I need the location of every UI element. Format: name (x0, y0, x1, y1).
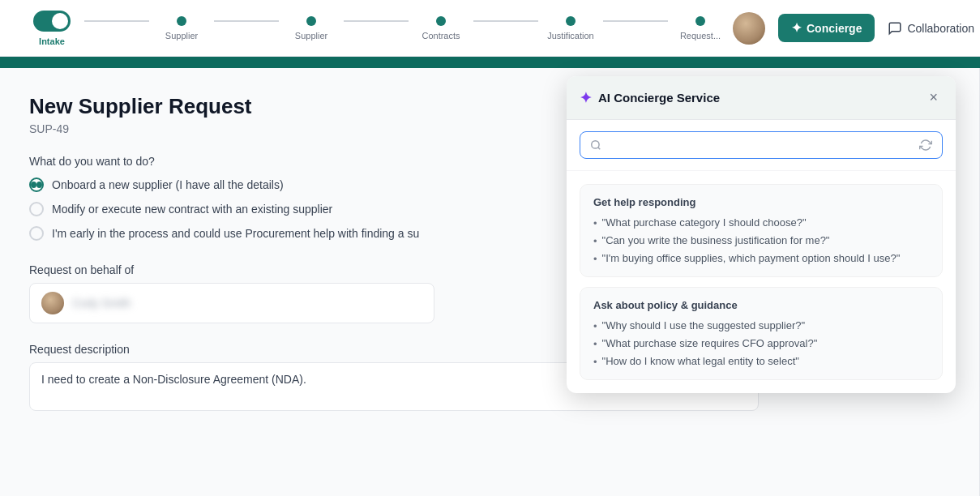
svg-point-0 (592, 141, 599, 148)
step-connector-3 (344, 20, 409, 22)
radio-label-onboard: Onboard a new supplier (I have all the d… (52, 178, 284, 191)
radio-circle-modify (29, 202, 44, 216)
search-box (580, 131, 943, 159)
user-name: Cody Smith (72, 297, 131, 310)
suggestion-item-2[interactable]: "I'm buying office supplies, which payme… (593, 252, 929, 265)
concierge-sparkle-icon: ✦ (580, 89, 592, 107)
concierge-body: Get help responding "What purchase categ… (567, 171, 956, 393)
concierge-close-button[interactable]: × (924, 88, 943, 108)
step-connector-1 (84, 20, 149, 22)
radio-circle-early (29, 226, 44, 241)
suggestion-policy-item-1[interactable]: "What purchase size requires CFO approva… (593, 337, 929, 350)
chat-icon (888, 21, 902, 36)
user-avatar (41, 292, 64, 314)
user-field[interactable]: Cody Smith (29, 283, 434, 323)
step-contracts[interactable]: Contracts (409, 16, 473, 41)
stepper: Intake Supplier Supplier Contracts Justi… (19, 11, 733, 46)
description-value: I need to create a Non-Disclosure Agreem… (41, 373, 306, 386)
step-intake-label: Intake (39, 36, 65, 46)
step-supplier1[interactable]: Supplier (149, 16, 214, 41)
concierge-title: ✦ AI Concierge Service (580, 89, 720, 107)
step-justification-dot (566, 16, 576, 26)
collaboration-button[interactable]: Collaboration (888, 21, 974, 36)
step-request-label: Request... (680, 31, 721, 41)
suggestion-list-help: "What purchase category I should choose?… (593, 216, 929, 265)
avatar-image (733, 12, 765, 45)
main-area: New Supplier Request SUP-49 What do you … (0, 68, 980, 496)
header: Intake Supplier Supplier Contracts Justi… (0, 0, 980, 57)
concierge-title-text: AI Concierge Service (598, 91, 720, 105)
concierge-button-label: Concierge (807, 22, 862, 35)
header-actions: ✦ Concierge Collaboration (733, 12, 974, 45)
radio-circle-onboard (29, 177, 44, 192)
radio-label-modify: Modify or execute new contract with an e… (52, 203, 332, 216)
step-supplier2-label: Supplier (295, 31, 327, 41)
step-connector-5 (603, 20, 668, 22)
concierge-header: ✦ AI Concierge Service × (567, 76, 956, 120)
suggestion-title-help: Get help responding (593, 196, 929, 208)
step-connector-4 (473, 20, 538, 22)
concierge-button[interactable]: ✦ Concierge (778, 14, 875, 42)
concierge-search-input[interactable] (608, 139, 913, 152)
radio-label-early: I'm early in the process and could use P… (52, 227, 419, 240)
collaboration-label: Collaboration (907, 22, 974, 35)
step-supplier2-dot (306, 16, 316, 26)
step-intake-thumb (52, 13, 68, 29)
step-request[interactable]: Request... (668, 16, 733, 41)
step-connector-2 (214, 20, 279, 22)
step-contracts-dot (436, 16, 446, 26)
concierge-sparkle-icon: ✦ (791, 20, 802, 36)
suggestion-item-1[interactable]: "Can you write the business justificatio… (593, 234, 929, 247)
suggestion-title-policy: Ask about policy & guidance (593, 299, 929, 311)
suggestion-card-policy: Ask about policy & guidance "Why should … (580, 287, 943, 380)
step-contracts-label: Contracts (422, 31, 460, 41)
search-icon (590, 139, 601, 151)
suggestion-policy-item-2[interactable]: "How do I know what legal entity to sele… (593, 355, 929, 368)
step-supplier1-label: Supplier (165, 31, 198, 41)
step-supplier2[interactable]: Supplier (279, 16, 344, 41)
step-supplier1-dot (177, 16, 186, 26)
radio-dot-onboard (31, 182, 36, 188)
step-intake-toggle (33, 11, 71, 32)
suggestion-policy-item-0[interactable]: "Why should I use the suggested supplier… (593, 319, 929, 332)
avatar (733, 12, 765, 45)
concierge-panel: ✦ AI Concierge Service × Get help (567, 76, 956, 393)
refresh-icon[interactable] (919, 139, 932, 152)
suggestion-item-0[interactable]: "What purchase category I should choose?… (593, 216, 929, 229)
step-justification-label: Justification (547, 31, 593, 41)
suggestion-list-policy: "Why should I use the suggested supplier… (593, 319, 929, 368)
suggestion-card-help: Get help responding "What purchase categ… (580, 184, 943, 277)
green-bar (0, 57, 980, 68)
step-justification[interactable]: Justification (538, 16, 603, 41)
concierge-search-area (567, 120, 956, 171)
step-request-dot (695, 16, 705, 26)
step-intake[interactable]: Intake (19, 11, 84, 46)
